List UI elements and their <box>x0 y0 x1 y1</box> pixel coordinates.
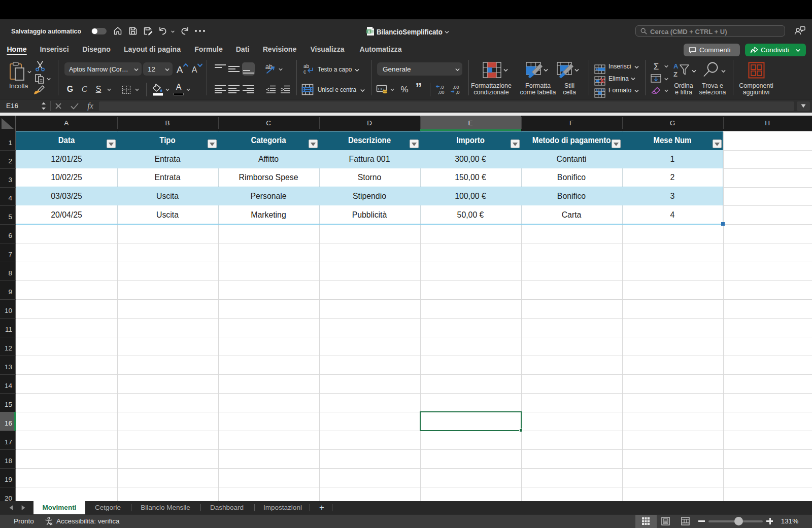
svg-text:X: X <box>367 29 370 34</box>
svg-text:Z: Z <box>673 71 678 78</box>
svg-text:,0: ,0 <box>440 85 444 90</box>
svg-text:ab: ab <box>303 63 310 69</box>
svg-text:A: A <box>673 62 679 70</box>
svg-text:,00: ,00 <box>438 90 445 95</box>
svg-text:,00: ,00 <box>453 85 459 90</box>
svg-text:,0: ,0 <box>456 90 460 95</box>
svg-text:c: c <box>303 69 306 75</box>
